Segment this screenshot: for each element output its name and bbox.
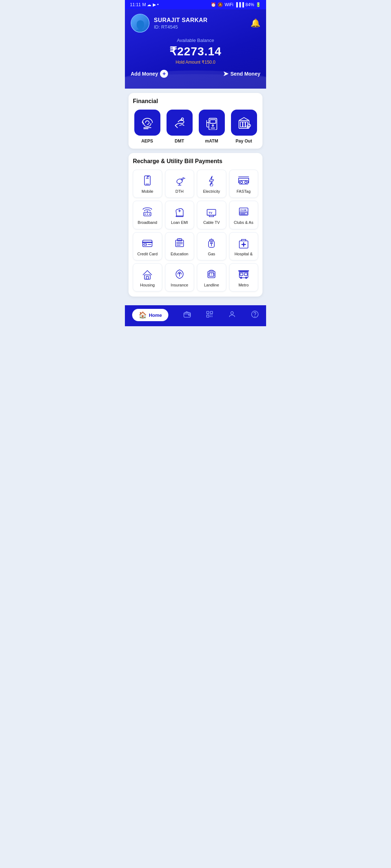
svg-point-19 bbox=[240, 181, 243, 183]
home-nav-label: Home bbox=[149, 312, 162, 318]
utility-item-metro[interactable]: Metro bbox=[229, 263, 258, 292]
home-nav-icon: 🏠 bbox=[139, 311, 147, 319]
utility-item-loanemi[interactable]: Loan EMI bbox=[165, 201, 194, 229]
financial-item-aeps[interactable]: AEPS bbox=[133, 110, 161, 144]
scan-nav-icon bbox=[206, 310, 214, 320]
financial-title: Financial bbox=[133, 98, 258, 105]
mute-icon: 🔕 bbox=[218, 2, 223, 7]
status-bar: 11:11 M ☁ ▶ • ⏰ 🔕 WiFi ▐▐▐ 84% 🔋 bbox=[125, 0, 266, 9]
balance-amount: ₹2273.14 bbox=[131, 44, 260, 58]
send-money-label: Send Money bbox=[231, 71, 260, 77]
notification-bell-icon[interactable]: 🔔 bbox=[251, 18, 260, 28]
svg-rect-4 bbox=[210, 120, 216, 123]
add-money-button[interactable]: Add Money + bbox=[131, 70, 168, 78]
utility-item-broadband[interactable]: Broadband bbox=[133, 201, 162, 229]
balance-section: Available Balance ₹2273.14 Hold Amount ₹… bbox=[131, 38, 260, 65]
metro-icon bbox=[238, 268, 249, 280]
utility-item-gas[interactable]: Gas bbox=[197, 232, 226, 260]
svg-text:CLUB: CLUB bbox=[240, 209, 247, 211]
dmt-handshake-icon bbox=[172, 115, 187, 130]
payout-icon-box bbox=[231, 110, 257, 136]
svg-rect-77 bbox=[184, 312, 190, 317]
landline-icon bbox=[206, 268, 217, 280]
send-money-button[interactable]: ➤ Send Money bbox=[223, 70, 260, 78]
loanemi-label: Loan EMI bbox=[171, 220, 188, 225]
housing-label: Housing bbox=[140, 282, 155, 288]
header-section: 👤 SURAJIT SARKAR ID: RT4545 🔔 Available … bbox=[125, 9, 266, 89]
svg-point-67 bbox=[211, 275, 212, 275]
battery-level: 84% bbox=[245, 2, 254, 7]
avatar-image: 👤 bbox=[131, 14, 149, 32]
avatar[interactable]: 👤 bbox=[131, 14, 150, 33]
utility-item-landline[interactable]: Landline bbox=[197, 263, 226, 292]
svg-rect-9 bbox=[240, 122, 243, 127]
aeps-icon-box bbox=[134, 110, 160, 136]
utility-item-hospital[interactable]: Hospital & bbox=[229, 232, 258, 260]
education-icon bbox=[174, 237, 185, 249]
svg-point-85 bbox=[231, 311, 234, 314]
svg-rect-57 bbox=[144, 275, 150, 279]
profile-info: 👤 SURAJIT SARKAR ID: RT4545 bbox=[131, 14, 207, 33]
svg-point-68 bbox=[213, 275, 214, 275]
svg-point-66 bbox=[209, 275, 210, 275]
gas-label: Gas bbox=[208, 251, 215, 256]
svg-rect-48 bbox=[177, 239, 182, 241]
creditcard-label: Credit Card bbox=[137, 251, 157, 256]
status-icons: M ☁ ▶ • bbox=[142, 2, 159, 7]
electricity-icon bbox=[206, 174, 217, 187]
hold-amount: Hold Amount ₹150.0 bbox=[131, 60, 260, 65]
utility-item-creditcard[interactable]: Credit Card bbox=[133, 232, 162, 260]
financial-item-matm[interactable]: mATM bbox=[197, 110, 226, 144]
utility-item-housing[interactable]: Housing bbox=[133, 263, 162, 292]
svg-text:TV: TV bbox=[209, 211, 213, 214]
nav-home[interactable]: 🏠 Home bbox=[132, 309, 168, 321]
add-money-label: Add Money bbox=[131, 71, 158, 77]
landline-label: Landline bbox=[204, 282, 219, 288]
cabletv-label: Cable TV bbox=[203, 220, 220, 225]
utility-item-education[interactable]: Education bbox=[165, 232, 194, 260]
insurance-icon bbox=[174, 268, 185, 280]
broadband-label: Broadband bbox=[138, 220, 157, 225]
matm-icon bbox=[205, 115, 219, 130]
clubs-icon: CLUB bbox=[238, 205, 249, 218]
loanemi-icon bbox=[174, 205, 185, 218]
svg-point-87 bbox=[255, 316, 255, 316]
svg-point-2 bbox=[181, 118, 184, 120]
svg-rect-70 bbox=[240, 273, 243, 276]
dmt-label: DMT bbox=[175, 139, 184, 144]
svg-rect-79 bbox=[210, 311, 213, 313]
nav-help[interactable] bbox=[251, 310, 259, 320]
utility-title: Recharge & Utility Bill Payments bbox=[133, 158, 258, 165]
dmt-icon-box bbox=[167, 110, 193, 136]
broadband-icon bbox=[142, 205, 153, 218]
svg-point-63 bbox=[209, 273, 210, 274]
alarm-icon: ⏰ bbox=[211, 2, 216, 7]
nav-wallet[interactable] bbox=[183, 310, 191, 320]
svg-rect-40 bbox=[143, 240, 152, 247]
wallet-nav-icon bbox=[183, 310, 191, 320]
hospital-label: Hospital & bbox=[235, 251, 253, 256]
utility-item-fastag[interactable]: FASTag bbox=[229, 170, 258, 198]
utility-item-clubs[interactable]: CLUB Clubs & As bbox=[229, 201, 258, 229]
utility-item-insurance[interactable]: Insurance bbox=[165, 263, 194, 292]
matm-label: mATM bbox=[205, 139, 218, 144]
svg-point-64 bbox=[211, 273, 212, 274]
utility-item-dth[interactable]: DTH bbox=[165, 170, 194, 198]
metro-label: Metro bbox=[239, 282, 249, 288]
financial-section: Financial AEPS bbox=[129, 93, 262, 149]
utility-item-mobile[interactable]: Mobile bbox=[133, 170, 162, 198]
fastag-icon bbox=[238, 174, 249, 187]
svg-rect-58 bbox=[146, 276, 148, 279]
nav-scan[interactable] bbox=[206, 310, 214, 320]
nav-profile[interactable] bbox=[228, 310, 236, 320]
cabletv-icon: TV bbox=[206, 205, 217, 218]
mobile-label: Mobile bbox=[142, 189, 153, 194]
hospital-icon bbox=[238, 237, 249, 249]
fingerprint-icon bbox=[140, 115, 155, 130]
utility-item-electricity[interactable]: Electricity bbox=[197, 170, 226, 198]
financial-item-dmt[interactable]: DMT bbox=[165, 110, 194, 144]
payout-bank-icon bbox=[237, 115, 251, 130]
utility-item-cabletv[interactable]: TV Cable TV bbox=[197, 201, 226, 229]
electricity-label: Electricity bbox=[203, 189, 220, 194]
financial-item-payout[interactable]: Pay Out bbox=[230, 110, 258, 144]
